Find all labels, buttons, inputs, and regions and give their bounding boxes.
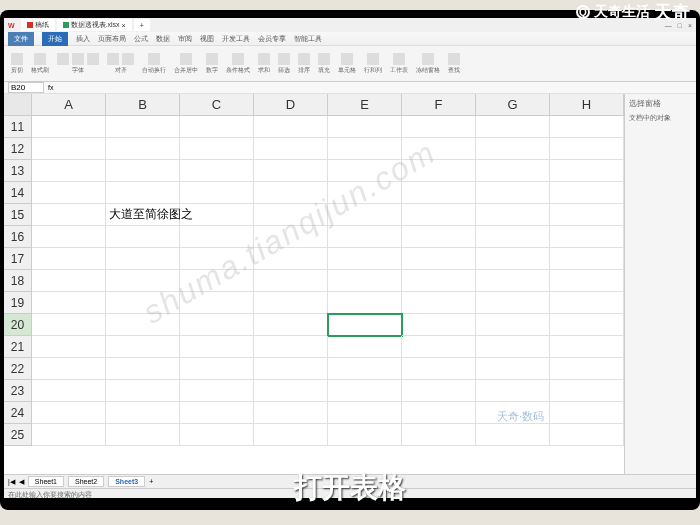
ribbon-cell[interactable]: 单元格 <box>335 53 359 75</box>
cell[interactable] <box>32 358 106 380</box>
ribbon-rowcol[interactable]: 行和列 <box>361 53 385 75</box>
cell[interactable] <box>328 138 402 160</box>
cell[interactable] <box>328 182 402 204</box>
col-header-a[interactable]: A <box>32 94 106 115</box>
cell[interactable] <box>106 182 180 204</box>
cell[interactable] <box>254 314 328 336</box>
row-header[interactable]: 14 <box>4 182 32 204</box>
tab-file[interactable]: 文件 <box>8 32 34 46</box>
col-header-f[interactable]: F <box>402 94 476 115</box>
cell[interactable] <box>550 336 624 358</box>
cell[interactable] <box>106 226 180 248</box>
cell[interactable] <box>402 226 476 248</box>
cell[interactable] <box>550 402 624 424</box>
tab-start[interactable]: 开始 <box>42 32 68 46</box>
row-header[interactable]: 18 <box>4 270 32 292</box>
cells-area[interactable]: 大道至简徐图之 <box>32 116 624 446</box>
col-header-h[interactable]: H <box>550 94 624 115</box>
sheet-tab-1[interactable]: Sheet1 <box>28 476 64 487</box>
cell[interactable] <box>254 204 328 226</box>
cell[interactable] <box>106 336 180 358</box>
cell[interactable] <box>106 380 180 402</box>
cell[interactable] <box>180 358 254 380</box>
cell[interactable] <box>402 424 476 446</box>
ribbon-wrap[interactable]: 自动换行 <box>139 53 169 75</box>
cell[interactable] <box>180 138 254 160</box>
tab-view[interactable]: 视图 <box>200 34 214 44</box>
file-tab-doc[interactable]: 稿纸 <box>21 19 55 31</box>
cell[interactable] <box>254 226 328 248</box>
row-header[interactable]: 21 <box>4 336 32 358</box>
sheet-nav-first[interactable]: |◀ <box>8 478 15 486</box>
sheet-tab-3[interactable]: Sheet3 <box>108 476 145 487</box>
ribbon-filter[interactable]: 筛选 <box>275 53 293 75</box>
cell[interactable] <box>402 270 476 292</box>
cell[interactable] <box>180 160 254 182</box>
cell[interactable] <box>32 424 106 446</box>
cell[interactable] <box>180 182 254 204</box>
cell[interactable] <box>402 314 476 336</box>
cell[interactable] <box>328 358 402 380</box>
row-header[interactable]: 20 <box>4 314 32 336</box>
ribbon-fill[interactable]: 填充 <box>315 53 333 75</box>
col-header-g[interactable]: G <box>476 94 550 115</box>
cell[interactable] <box>254 358 328 380</box>
cell[interactable] <box>550 182 624 204</box>
cell[interactable] <box>180 292 254 314</box>
ribbon-paste[interactable]: 剪切 <box>8 53 26 75</box>
cell[interactable] <box>550 138 624 160</box>
cell[interactable] <box>254 424 328 446</box>
cell[interactable] <box>476 336 550 358</box>
sheet-nav-prev[interactable]: ◀ <box>19 478 24 486</box>
cell[interactable] <box>550 380 624 402</box>
ribbon-copy[interactable]: 格式刷 <box>28 53 52 75</box>
cell[interactable] <box>328 204 402 226</box>
cell[interactable] <box>550 226 624 248</box>
cell[interactable] <box>476 248 550 270</box>
cell[interactable] <box>402 402 476 424</box>
row-header[interactable]: 11 <box>4 116 32 138</box>
cell[interactable] <box>328 336 402 358</box>
tab-dev[interactable]: 开发工具 <box>222 34 250 44</box>
cell[interactable] <box>328 116 402 138</box>
cell[interactable] <box>550 292 624 314</box>
cell[interactable] <box>180 336 254 358</box>
cell[interactable] <box>402 336 476 358</box>
cell[interactable] <box>476 182 550 204</box>
row-header[interactable]: 24 <box>4 402 32 424</box>
cell[interactable] <box>328 226 402 248</box>
cell[interactable] <box>254 116 328 138</box>
ribbon-cond[interactable]: 条件格式 <box>223 53 253 75</box>
cell[interactable] <box>328 402 402 424</box>
tab-layout[interactable]: 页面布局 <box>98 34 126 44</box>
cell[interactable] <box>550 270 624 292</box>
cell[interactable] <box>402 160 476 182</box>
ribbon-sheet[interactable]: 工作表 <box>387 53 411 75</box>
cell[interactable] <box>32 402 106 424</box>
cell[interactable] <box>476 204 550 226</box>
cell[interactable] <box>180 402 254 424</box>
cell[interactable] <box>32 116 106 138</box>
cell[interactable] <box>550 358 624 380</box>
cell[interactable] <box>180 248 254 270</box>
cell[interactable] <box>402 116 476 138</box>
cell[interactable] <box>476 160 550 182</box>
cell[interactable] <box>180 314 254 336</box>
cell[interactable] <box>106 424 180 446</box>
cell[interactable] <box>402 380 476 402</box>
cell[interactable] <box>32 226 106 248</box>
spreadsheet-grid[interactable]: A B C D E F G H 111213141516171819202122… <box>4 94 624 474</box>
cell[interactable] <box>106 314 180 336</box>
cell[interactable] <box>476 292 550 314</box>
sheet-tab-2[interactable]: Sheet2 <box>68 476 104 487</box>
tab-review[interactable]: 审阅 <box>178 34 192 44</box>
cell[interactable] <box>328 380 402 402</box>
cell[interactable] <box>106 138 180 160</box>
cell[interactable] <box>32 248 106 270</box>
row-header[interactable]: 23 <box>4 380 32 402</box>
cell[interactable]: 大道至简徐图之 <box>106 204 180 226</box>
col-header-b[interactable]: B <box>106 94 180 115</box>
tab-member[interactable]: 会员专享 <box>258 34 286 44</box>
cell[interactable] <box>476 270 550 292</box>
cell[interactable] <box>32 314 106 336</box>
